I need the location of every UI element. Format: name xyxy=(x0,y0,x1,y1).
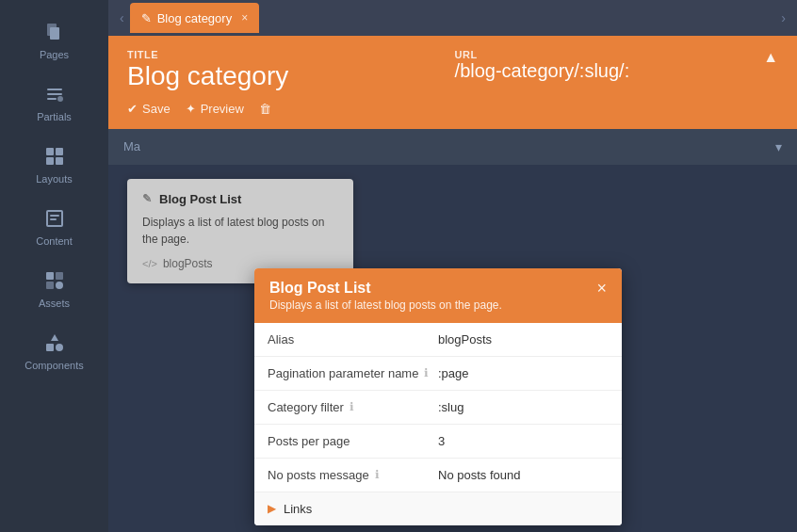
sidebar-item-content-label: Content xyxy=(36,235,73,247)
modal-overlay: Blog Post List Displays a list of latest… xyxy=(108,165,797,532)
category-filter-label: Category filter xyxy=(268,400,344,414)
content-area: ✎ Blog Post List Displays a list of late… xyxy=(108,165,797,532)
modal-row-alias: Alias blogPosts xyxy=(254,323,622,357)
category-filter-info-icon[interactable]: ℹ xyxy=(350,400,354,413)
header-collapse-button[interactable]: ▲ xyxy=(763,49,778,66)
partials-icon xyxy=(43,83,66,105)
sub-header-text: Ma xyxy=(123,139,775,153)
page-title: Blog category xyxy=(127,60,436,92)
tab-left-arrow[interactable]: ‹ xyxy=(114,10,130,25)
delete-icon: 🗑 xyxy=(259,102,271,116)
svg-rect-4 xyxy=(56,148,63,155)
links-label: Links xyxy=(284,502,312,516)
save-label: Save xyxy=(142,102,171,116)
pagination-label: Pagination parameter name xyxy=(268,366,418,380)
sidebar-item-pages-label: Pages xyxy=(40,49,69,60)
posts-per-page-value: 3 xyxy=(438,434,609,448)
sub-header: Ma ▾ xyxy=(108,129,797,165)
sidebar-item-assets[interactable]: Assets xyxy=(0,258,108,320)
pagination-value: :page xyxy=(438,366,609,380)
sub-header-arrow[interactable]: ▾ xyxy=(775,139,782,154)
modal-body: Alias blogPosts Pagination parameter nam… xyxy=(254,323,622,525)
tab-label: Blog category xyxy=(157,11,233,25)
no-posts-label: No posts message xyxy=(268,468,369,482)
title-label: TITLE xyxy=(127,49,436,60)
main-area: ‹ ✎ Blog category × › TITLE Blog categor… xyxy=(108,0,797,532)
svg-point-2 xyxy=(57,96,63,102)
page-header: TITLE Blog category URL /blog-category/:… xyxy=(108,36,797,129)
blog-post-list-modal: Blog Post List Displays a list of latest… xyxy=(254,268,622,525)
layouts-icon xyxy=(43,145,66,168)
no-posts-value: No posts found xyxy=(438,468,609,482)
svg-rect-13 xyxy=(46,344,54,351)
modal-row-category-filter: Category filter ℹ :slug xyxy=(254,391,622,425)
components-icon xyxy=(43,331,66,354)
preview-label: Preview xyxy=(201,102,244,116)
modal-close-button[interactable]: × xyxy=(596,280,607,297)
tab-bar: ‹ ✎ Blog category × › xyxy=(108,0,797,36)
sidebar-item-partials[interactable]: Partials xyxy=(0,72,108,134)
modal-row-posts-per-page: Posts per page 3 xyxy=(254,425,622,459)
page-url: /blog-category/:slug/: xyxy=(455,60,764,82)
assets-icon xyxy=(43,269,66,292)
modal-row-no-posts: No posts message ℹ No posts found xyxy=(254,459,622,492)
svg-rect-1 xyxy=(50,27,59,40)
category-filter-value: :slug xyxy=(438,400,609,414)
sidebar-item-partials-label: Partials xyxy=(37,111,72,122)
modal-row-pagination: Pagination parameter name ℹ :page xyxy=(254,357,622,391)
svg-point-11 xyxy=(56,282,63,289)
sidebar-item-components[interactable]: Components xyxy=(0,320,108,382)
svg-rect-5 xyxy=(46,157,54,165)
sidebar-item-pages[interactable]: Pages xyxy=(0,9,108,72)
alias-label: Alias xyxy=(268,332,294,347)
modal-title: Blog Post List xyxy=(269,280,502,297)
tab-close-button[interactable]: × xyxy=(241,11,248,24)
tab-blog-category[interactable]: ✎ Blog category × xyxy=(130,3,260,33)
svg-point-12 xyxy=(56,344,63,351)
preview-icon: ✦ xyxy=(186,102,196,116)
svg-rect-10 xyxy=(46,282,54,289)
posts-per-page-label: Posts per page xyxy=(268,434,350,448)
modal-header: Blog Post List Displays a list of latest… xyxy=(254,268,622,323)
svg-rect-9 xyxy=(56,272,63,280)
save-checkmark-icon: ✔ xyxy=(127,102,138,116)
sidebar-item-layouts[interactable]: Layouts xyxy=(0,134,108,196)
links-expand-arrow: ▶ xyxy=(268,502,276,515)
tab-edit-icon: ✎ xyxy=(141,11,152,25)
sidebar-item-layouts-label: Layouts xyxy=(36,173,73,185)
delete-button[interactable]: 🗑 xyxy=(259,102,271,116)
tab-right-arrow[interactable]: › xyxy=(775,10,791,25)
svg-rect-3 xyxy=(46,148,54,155)
svg-rect-6 xyxy=(56,157,63,165)
sidebar-item-assets-label: Assets xyxy=(39,298,70,309)
sidebar-item-content[interactable]: Content xyxy=(0,196,108,258)
no-posts-info-icon[interactable]: ℹ xyxy=(375,468,380,481)
url-label: URL xyxy=(455,49,764,60)
preview-button[interactable]: ✦ Preview xyxy=(186,102,244,116)
sidebar: Pages Partials Layouts Content Asset xyxy=(0,0,108,532)
modal-description: Displays a list of latest blog posts on … xyxy=(269,298,502,312)
alias-value: blogPosts xyxy=(438,332,609,347)
svg-rect-8 xyxy=(46,272,54,280)
modal-links-row[interactable]: ▶ Links xyxy=(254,492,622,525)
sidebar-item-components-label: Components xyxy=(24,360,83,371)
save-button[interactable]: ✔ Save xyxy=(127,102,171,116)
pagination-info-icon[interactable]: ℹ xyxy=(424,366,429,379)
pages-icon xyxy=(43,21,66,43)
content-icon xyxy=(43,207,66,230)
